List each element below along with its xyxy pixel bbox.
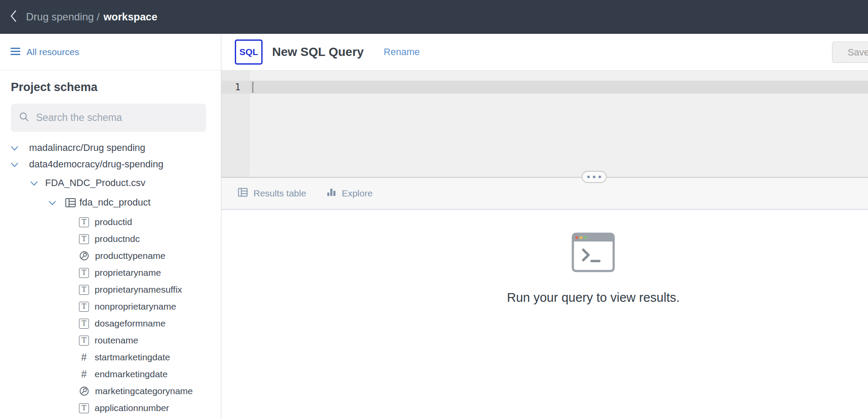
tree-item-label: madalinacrc/Drug spending [29,142,145,153]
text-caret [252,82,253,93]
tree-item-label: producttypename [95,251,165,261]
number-field-icon: # [79,369,89,380]
results-empty-state: Run your query to view results. [507,232,680,305]
chevron-down-icon[interactable] [30,177,38,189]
tree-item-label: productndc [95,234,140,244]
tree-item-field[interactable]: T proprietarynamesuffix [0,281,221,298]
tree-item-label: data4democracy/drug-spending [29,159,163,170]
breadcrumb: Drug spending / workspace [26,11,158,23]
results-table-icon [238,188,248,199]
tree-item-dataset[interactable]: madalinacrc/Drug spending [0,140,221,156]
ellipsis-dot-icon [593,176,595,178]
tree-item-field[interactable]: T productid [0,214,221,230]
bar-chart-icon [327,188,336,199]
chevron-left-icon [9,9,18,25]
tree-item-field[interactable]: T proprietaryname [0,265,221,281]
tree-item-field[interactable]: T dosageformname [0,315,221,332]
string-field-icon: T [79,268,89,278]
chevron-down-icon[interactable] [49,197,56,208]
tree-item-label: productid [95,217,132,227]
tree-item-label: nonproprietaryname [95,301,176,312]
tree-item-field[interactable]: marketingcategoryname [0,383,221,399]
breadcrumb-page: workspace [103,11,157,23]
string-field-icon: T [79,403,89,413]
tree-item-table[interactable]: fda_ndc_product [0,193,221,212]
empty-state-message: Run your query to view results. [507,291,680,305]
tab-label: Results table [253,188,306,199]
tree-item-label: marketingcategoryname [95,386,193,396]
tree-item-field[interactable]: T nonproprietaryname [0,298,221,315]
string-field-icon: T [79,217,89,227]
breadcrumb-project[interactable]: Drug spending / [26,11,99,23]
tab-explore[interactable]: Explore [327,188,372,199]
string-field-icon: T [79,336,89,346]
ellipsis-dot-icon [587,176,590,178]
tree-item-label: dosageformname [95,318,165,329]
tree-item-label: fda_ndc_product [79,197,151,208]
tree-item-field[interactable]: # startmarketingdate [0,349,221,366]
results-tab-strip: Results table Explore [221,177,868,210]
back-button[interactable] [7,10,20,24]
category-field-icon [79,386,89,396]
tree-item-field[interactable]: T productndc [0,231,221,247]
tree-item-field[interactable]: T applicationnumber [0,400,221,416]
project-schema-tree: madalinacrc/Drug spending data4democracy… [0,34,221,418]
tree-item-label: endmarketingdate [95,369,168,379]
sidebar: All resources Project schema madalinacrc… [0,34,221,418]
panel-resize-handle[interactable] [582,171,607,183]
tab-results-table[interactable]: Results table [238,188,306,199]
tree-item-label: proprietarynamesuffix [95,284,182,295]
sql-type-badge: SQL [235,39,263,65]
tree-item-field[interactable]: T routename [0,332,221,349]
main-panel: SQL New SQL Query Rename Save 1 Results … [221,34,868,418]
tree-item-field[interactable]: # endmarketingdate [0,366,221,382]
results-panel: Run your query to view results. [221,210,868,418]
query-header: SQL New SQL Query Rename Save [221,34,868,71]
tree-item-label: routename [95,335,138,346]
tree-item-dataset[interactable]: data4democracy/drug-spending [0,156,221,173]
rename-button[interactable]: Rename [384,46,420,58]
string-field-icon: T [79,302,89,312]
tree-item-field[interactable]: producttypename [0,248,221,264]
table-icon [65,198,76,208]
tree-item-label: FDA_NDC_Product.csv [45,177,145,189]
category-field-icon [79,251,89,261]
string-field-icon: T [79,319,89,329]
query-title: New SQL Query [272,45,364,59]
tree-item-label: proprietaryname [95,268,161,278]
save-button[interactable]: Save [832,42,868,63]
editor-active-line[interactable]: 1 [221,81,868,94]
number-field-icon: # [79,352,89,363]
string-field-icon: T [79,234,89,244]
tree-item-label: startmarketingdate [95,352,170,362]
line-number: 1 [221,81,250,94]
ellipsis-dot-icon [598,176,601,178]
string-field-icon: T [79,285,89,295]
workspace-screen: Drug spending / workspace All resources … [0,0,868,418]
tree-item-file[interactable]: FDA_NDC_Product.csv [0,174,221,192]
tab-label: Explore [342,188,372,199]
top-header-bar: Drug spending / workspace [0,0,868,34]
sql-editor[interactable]: 1 [221,71,868,177]
chevron-down-icon[interactable] [11,142,18,153]
terminal-window-icon [572,266,615,274]
chevron-down-icon[interactable] [11,159,18,170]
tree-item-label: applicationnumber [95,403,169,413]
